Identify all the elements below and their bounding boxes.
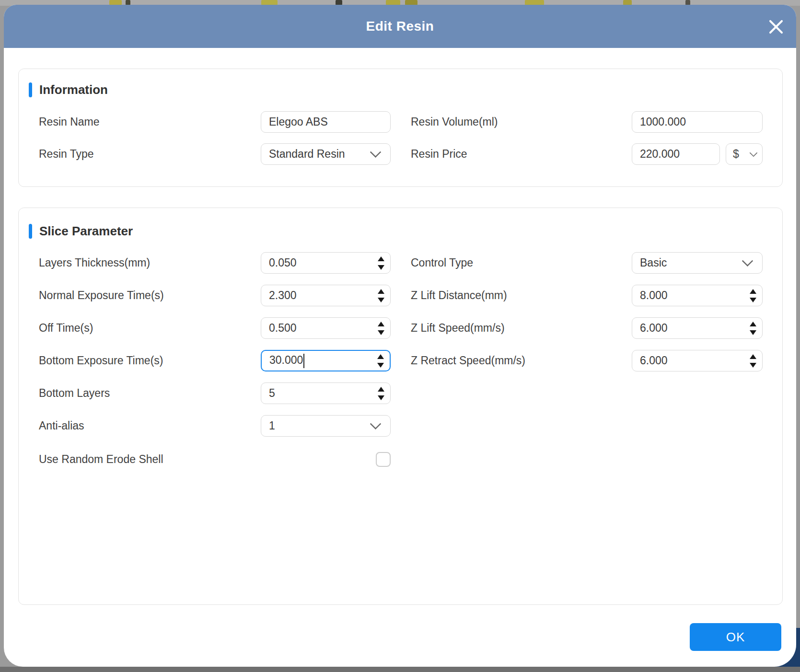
resin-volume-label: Resin Volume(ml) (411, 111, 498, 133)
spinner-controls (750, 285, 756, 306)
triangle-up-icon[interactable] (377, 354, 384, 359)
triangle-down-icon[interactable] (750, 363, 756, 368)
z-lift-distance-value: 8.000 (640, 289, 754, 302)
triangle-down-icon[interactable] (378, 298, 384, 302)
layers-thickness-spinner[interactable]: 0.050 (261, 252, 391, 274)
triangle-down-icon[interactable] (378, 395, 384, 400)
z-retract-speed-label: Z Retract Speed(mm/s) (411, 350, 525, 371)
spinner-controls (378, 253, 384, 273)
bottom-exposure-value: 30.000 (269, 354, 382, 368)
spinner-controls (378, 318, 384, 338)
spinner-controls (378, 383, 384, 404)
chevron-down-icon (742, 255, 753, 266)
background-app-bottom-strip (0, 667, 800, 672)
triangle-down-icon[interactable] (378, 265, 384, 270)
triangle-down-icon[interactable] (378, 330, 384, 335)
layers-thickness-value: 0.050 (269, 256, 383, 269)
erode-shell-label: Use Random Erode Shell (39, 449, 163, 470)
off-time-label: Off Time(s) (39, 317, 93, 339)
normal-exposure-value: 2.300 (269, 289, 383, 302)
triangle-down-icon[interactable] (377, 363, 384, 368)
chevron-down-icon (370, 418, 381, 429)
anti-alias-value: 1 (269, 419, 371, 432)
resin-name-label: Resin Name (39, 111, 100, 133)
triangle-up-icon[interactable] (750, 354, 756, 359)
triangle-down-icon[interactable] (750, 330, 756, 335)
z-lift-speed-spinner[interactable]: 6.000 (632, 317, 763, 339)
resin-price-input[interactable] (632, 143, 720, 165)
control-type-value: Basic (640, 256, 743, 269)
bottom-exposure-label: Bottom Exposure Time(s) (39, 350, 163, 371)
triangle-up-icon[interactable] (750, 322, 756, 326)
layers-thickness-label: Layers Thickness(mm) (39, 252, 150, 274)
z-lift-speed-value: 6.000 (640, 322, 754, 335)
off-time-spinner[interactable]: 0.500 (261, 317, 391, 339)
resin-type-value: Standard Resin (269, 148, 371, 161)
text-cursor (303, 354, 304, 368)
resin-volume-input[interactable] (632, 111, 763, 133)
resin-type-select[interactable]: Standard Resin (261, 143, 391, 165)
chevron-down-icon (370, 146, 381, 158)
information-section: Information Resin Name Resin Volume(ml) … (18, 69, 783, 187)
z-retract-speed-spinner[interactable]: 6.000 (632, 350, 763, 371)
control-type-select[interactable]: Basic (632, 252, 763, 274)
slice-parameter-heading: Slice Parameter (39, 224, 133, 239)
bottom-layers-value: 5 (269, 387, 383, 400)
z-lift-distance-label: Z Lift Distance(mm) (411, 285, 507, 306)
dialog-header: Edit Resin (4, 5, 796, 48)
dialog-title: Edit Resin (4, 5, 796, 48)
spinner-controls (750, 318, 756, 338)
triangle-up-icon[interactable] (378, 289, 384, 294)
close-icon[interactable] (766, 17, 786, 36)
chevron-down-icon (750, 149, 758, 157)
edit-resin-dialog: Edit Resin Information Resin Name Resin … (4, 5, 796, 667)
section-accent-bar (29, 224, 32, 239)
triangle-up-icon[interactable] (378, 322, 384, 326)
currency-select[interactable]: $ (726, 143, 763, 165)
spinner-controls (378, 285, 384, 306)
slice-parameter-section: Slice Parameter Layers Thickness(mm) 0.0… (18, 208, 783, 605)
normal-exposure-label: Normal Exposure Time(s) (39, 285, 164, 306)
resin-type-label: Resin Type (39, 143, 94, 165)
spinner-controls (750, 350, 756, 371)
normal-exposure-spinner[interactable]: 2.300 (261, 285, 391, 306)
triangle-up-icon[interactable] (750, 289, 756, 294)
ok-button[interactable]: OK (690, 623, 781, 651)
resin-name-input[interactable] (261, 111, 391, 133)
z-lift-speed-label: Z Lift Speed(mm/s) (411, 317, 505, 339)
anti-alias-label: Anti-alias (39, 415, 84, 437)
spinner-controls (377, 351, 384, 371)
triangle-up-icon[interactable] (378, 387, 384, 392)
anti-alias-select[interactable]: 1 (261, 415, 391, 437)
z-retract-speed-value: 6.000 (640, 354, 754, 367)
information-heading: Information (39, 82, 108, 97)
triangle-up-icon[interactable] (378, 256, 384, 261)
triangle-down-icon[interactable] (750, 298, 756, 302)
use-random-erode-shell-checkbox[interactable] (376, 452, 391, 467)
bottom-exposure-spinner[interactable]: 30.000 (261, 350, 391, 371)
control-type-label: Control Type (411, 252, 473, 274)
bottom-layers-spinner[interactable]: 5 (261, 382, 391, 404)
currency-value: $ (733, 148, 751, 161)
bottom-layers-label: Bottom Layers (39, 382, 110, 404)
section-accent-bar (29, 82, 32, 97)
off-time-value: 0.500 (269, 322, 383, 335)
resin-price-label: Resin Price (411, 143, 467, 165)
z-lift-distance-spinner[interactable]: 8.000 (632, 285, 763, 306)
